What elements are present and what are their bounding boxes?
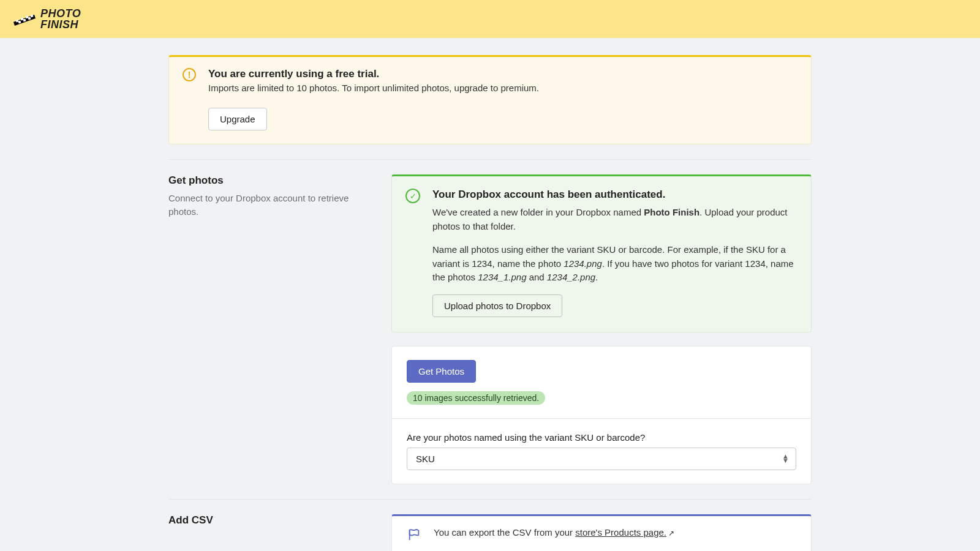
dropbox-banner: ✓ Your Dropbox account has been authenti… (391, 174, 812, 332)
app-header: PHOTO FINISH (0, 0, 980, 38)
add-csv-title: Add CSV (168, 514, 368, 527)
dropbox-heading: Your Dropbox account has been authentica… (432, 189, 796, 201)
naming-question: Are your photos named using the variant … (407, 432, 796, 443)
external-link-icon: ↗ (668, 529, 674, 538)
get-photos-title: Get photos (168, 174, 368, 187)
retrieved-badge: 10 images successfully retrieved. (407, 391, 545, 405)
brand-line-1: PHOTO (40, 8, 81, 19)
get-photos-desc: Connect to your Dropbox account to retri… (168, 192, 368, 219)
upgrade-button[interactable]: Upgrade (208, 108, 267, 130)
brand-line-2: FINISH (40, 19, 81, 30)
trial-subtext: Imports are limited to 10 photos. To imp… (208, 83, 539, 93)
dropbox-p1: We've created a new folder in your Dropb… (432, 206, 796, 233)
naming-select[interactable]: SKU (407, 448, 796, 470)
brand-logo: PHOTO FINISH (12, 8, 81, 30)
checkered-flag-icon (12, 10, 37, 28)
flag-icon (407, 527, 421, 542)
dropbox-p2: Name all photos using either the variant… (432, 243, 796, 285)
brand-name: PHOTO FINISH (40, 8, 81, 30)
trial-banner: ! You are currently using a free trial. … (168, 55, 812, 144)
csv-text: You can export the CSV from your store's… (434, 527, 674, 538)
csv-banner: You can export the CSV from your store's… (391, 514, 812, 552)
trial-heading: You are currently using a free trial. (208, 68, 539, 80)
products-page-link[interactable]: store's Products page. (575, 527, 666, 538)
warning-icon: ! (183, 68, 196, 81)
upload-dropbox-button[interactable]: Upload photos to Dropbox (432, 294, 562, 317)
get-photos-card: Get Photos 10 images successfully retrie… (391, 346, 812, 484)
check-circle-icon: ✓ (405, 189, 420, 203)
get-photos-button[interactable]: Get Photos (407, 360, 476, 383)
